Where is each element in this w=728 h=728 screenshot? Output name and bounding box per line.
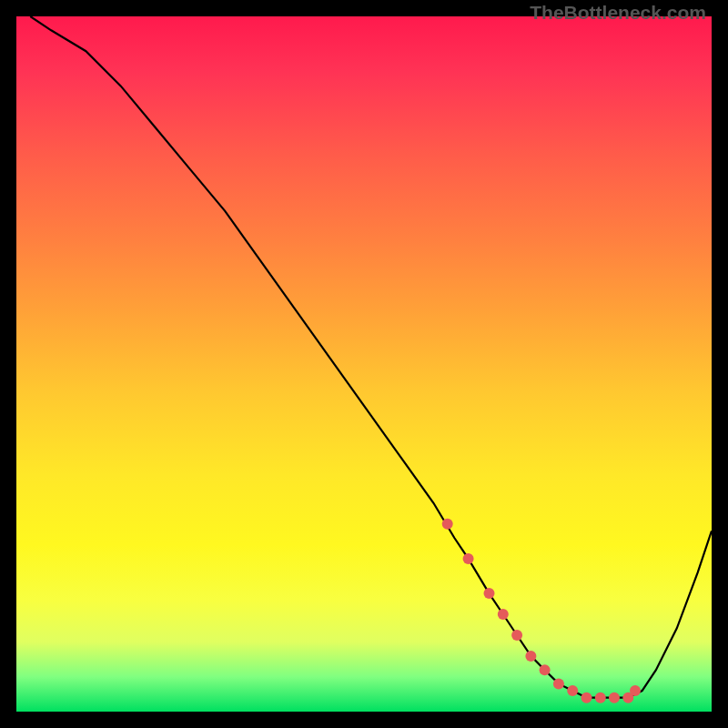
marker-dot: [525, 651, 536, 662]
plot-area: [16, 16, 712, 712]
marker-dot: [540, 664, 551, 675]
marker-dot: [581, 693, 592, 703]
marker-dot: [553, 678, 564, 689]
marker-dot: [595, 693, 606, 703]
marker-dot: [567, 685, 578, 696]
marker-dot: [511, 630, 522, 641]
marker-group: [442, 519, 641, 703]
marker-dot: [498, 609, 509, 620]
marker-dot: [484, 588, 495, 599]
chart-svg: [16, 16, 712, 712]
marker-dot: [630, 685, 641, 696]
curve-line: [30, 16, 712, 698]
marker-dot: [442, 519, 453, 530]
marker-dot: [463, 553, 474, 564]
watermark-text: TheBottleneck.com: [530, 2, 706, 24]
marker-dot: [609, 693, 620, 703]
